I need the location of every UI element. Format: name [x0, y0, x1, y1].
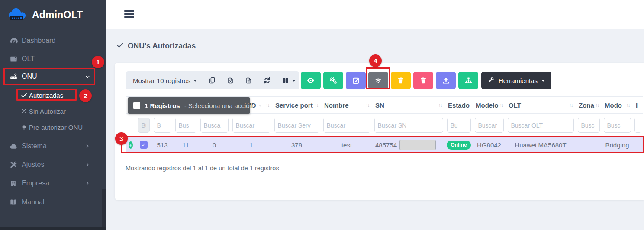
sidebar-label-dashboard: Dashboard — [22, 37, 55, 45]
modelo-filter-input[interactable] — [475, 118, 504, 133]
file-export-icon[interactable] — [245, 77, 252, 84]
sitemap-button[interactable] — [458, 72, 478, 89]
server-icon — [10, 55, 18, 63]
select-all-checkbox[interactable] — [133, 102, 140, 109]
col-modo-header[interactable]: Modo↑↓ — [602, 102, 633, 109]
sn-filter-input[interactable] — [374, 118, 443, 133]
col-select-filter — [136, 118, 151, 133]
port-filter-input[interactable] — [200, 118, 229, 133]
annotation-circle-1: 1 — [92, 56, 104, 68]
col-sn-header[interactable]: SN↑↓ — [372, 102, 445, 109]
sidebar-item-empresa[interactable]: Empresa — [0, 175, 106, 192]
wrench-icon — [488, 77, 495, 85]
upload-button[interactable] — [436, 72, 456, 89]
onu-settings-button[interactable] — [323, 72, 343, 89]
nombre-filter-input[interactable] — [323, 118, 370, 133]
sort-icon: ↑↓ — [596, 102, 599, 108]
col-onu-id-filter — [230, 118, 272, 133]
annotation-circle-3: 3 — [115, 132, 128, 145]
sort-icon: ↑↓ — [569, 102, 573, 108]
chevron-right-icon — [85, 144, 90, 149]
book-icon — [10, 198, 17, 206]
herramientas-dropdown-button[interactable]: Herramientas — [481, 72, 551, 89]
plug-icon — [21, 124, 27, 131]
tools-icon — [10, 161, 18, 169]
col-service-port-header[interactable]: Service port↑↓ — [272, 102, 321, 109]
sidebar-label-pre-autorizar: Pre-autorizar ONU — [29, 124, 83, 131]
app-logo[interactable]: AdminOLT — [7, 6, 83, 24]
sort-icon: ↑↓ — [266, 102, 269, 108]
delete-onu-button[interactable] — [413, 72, 433, 89]
sidebar-item-dashboard[interactable]: Dashboard — [0, 32, 106, 49]
annotation-box-row — [121, 136, 644, 153]
sitemap-icon — [464, 77, 473, 85]
select-filter-input[interactable] — [138, 118, 150, 133]
col-ip-header[interactable]: I — [633, 102, 643, 109]
col-zona-filter — [576, 118, 602, 133]
sidebar-item-sin-autorizar[interactable]: Sin Autorizar — [0, 105, 106, 118]
col-nombre-header[interactable]: Nombre↑↓ — [321, 102, 372, 109]
sidebar: AdminOLT Dashboard OLT ONU Autorizadas S… — [0, 0, 106, 230]
col-ip-filter — [633, 118, 643, 133]
sort-icon: ↑↓ — [626, 102, 630, 108]
check-icon — [116, 42, 124, 51]
copy-icon[interactable] — [208, 77, 216, 84]
zona-filter-input[interactable] — [578, 118, 600, 133]
chevron-right-icon — [85, 162, 90, 167]
sidebar-item-ajustes[interactable]: Ajustes — [0, 156, 106, 173]
service-port-filter-input[interactable] — [274, 118, 319, 133]
action-button-group: Herramientas — [301, 72, 551, 89]
export-icon-group — [208, 77, 296, 84]
table-toolbar: Mostrar 10 registros — [126, 71, 299, 89]
board-filter-input[interactable] — [175, 118, 196, 133]
edit-onu-button[interactable] — [346, 72, 366, 89]
bulk-action-label: - Selecciona una acción — [184, 102, 253, 109]
adminolt-app: AdminOLT Dashboard OLT ONU Autorizadas S… — [0, 0, 644, 230]
sort-icon: ↑↓ — [366, 102, 369, 108]
col-estado-filter — [445, 118, 473, 133]
view-onu-button[interactable] — [301, 72, 321, 89]
onu-id-filter-input[interactable] — [232, 118, 270, 133]
chevron-right-icon — [85, 181, 90, 186]
col-estado-header[interactable]: Estado — [445, 102, 473, 109]
col-sn-filter — [372, 118, 445, 133]
hamburger-menu-icon[interactable] — [124, 10, 134, 19]
sort-icon: ↑↓ — [315, 102, 318, 108]
eye-icon — [306, 76, 315, 85]
trash-temp-button[interactable] — [391, 72, 411, 89]
sidebar-label-olt: OLT — [22, 55, 35, 63]
refresh-icon[interactable] — [263, 77, 271, 84]
col-zona-header[interactable]: Zona↑↓ — [576, 102, 602, 109]
annotation-circle-4: 4 — [369, 54, 382, 67]
show-entries-label: Mostrar 10 registros — [133, 77, 190, 84]
sidebar-item-olt[interactable]: OLT — [0, 50, 106, 67]
cloud-icon — [10, 142, 18, 150]
sidebar-item-pre-autorizar[interactable]: Pre-autorizar ONU — [0, 121, 106, 134]
sidebar-item-sistema[interactable]: Sistema — [0, 137, 106, 155]
estado-filter-input[interactable] — [447, 118, 471, 133]
show-entries-dropdown[interactable]: Mostrar 10 registros — [133, 77, 197, 84]
ip-filter-input[interactable] — [634, 118, 641, 133]
annotation-box-wifi — [366, 67, 390, 89]
id-filter-input[interactable] — [154, 118, 171, 133]
columns-visibility-icon[interactable] — [282, 77, 296, 84]
upload-icon — [442, 77, 450, 85]
modo-filter-input[interactable] — [604, 118, 631, 133]
topbar — [106, 0, 644, 29]
annotation-circle-2: 2 — [79, 89, 92, 102]
col-olt-filter — [506, 118, 576, 133]
col-olt-header[interactable]: OLT↑↓ — [506, 102, 576, 109]
col-service-port-filter — [272, 118, 321, 133]
sidebar-scrollbar[interactable] — [102, 189, 106, 230]
excel-export-icon[interactable] — [227, 77, 234, 84]
col-modelo-filter — [473, 118, 506, 133]
annotation-box-autorizadas — [16, 89, 77, 101]
olt-filter-input[interactable] — [508, 118, 574, 133]
sidebar-label-manual: Manual — [22, 198, 44, 206]
col-modo-filter — [602, 118, 633, 133]
sidebar-item-manual[interactable]: Manual — [0, 194, 106, 211]
herramientas-label: Herramientas — [499, 77, 538, 84]
bulk-action-dropdown[interactable]: 1 Registros - Selecciona una acción — [128, 97, 250, 114]
col-modelo-header[interactable]: Modelo↑↓ — [473, 102, 506, 109]
edit-icon — [352, 77, 360, 85]
